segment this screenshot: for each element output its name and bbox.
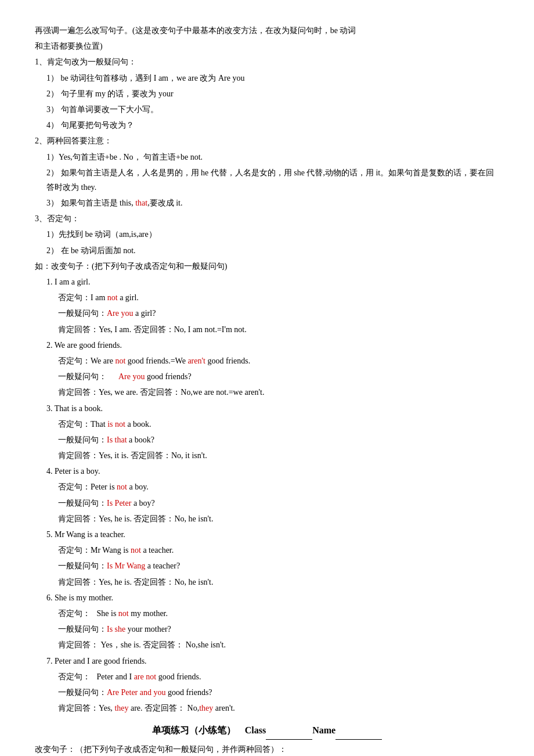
- example-5-original: 5. Mr Wang is a teacher.: [46, 527, 499, 542]
- example-1-negative: 否定句：I am not a girl.: [58, 290, 499, 305]
- example-7-original: 7. Peter and I are good friends.: [46, 654, 499, 668]
- example-1-question: 一般疑问句：Are you a girl?: [58, 306, 499, 321]
- section1-item1: 1） be 动词往句首移动，遇到 I am，we are 改为 Are you: [46, 71, 499, 85]
- practice-section: 单项练习（小练笔） Class Name 改变句子：（把下列句子改成否定句和一般…: [35, 722, 499, 756]
- section3-example-intro: 如：改变句子：(把下列句子改成否定句和一般疑问句): [35, 259, 499, 273]
- intro-line2: 和主语都要换位置): [35, 39, 499, 53]
- section1-item2: 2） 句子里有 my 的话，要改为 your: [46, 87, 499, 101]
- section3-title: 3、否定句：: [35, 211, 499, 226]
- example-4-positive: 肯定回答：Yes, he is. 否定回答：No, he isn't.: [58, 512, 499, 526]
- practice-instruction: 改变句子：（把下列句子改成否定句和一般疑问句，并作两种回答）：: [35, 742, 499, 756]
- example-3-question: 一般疑问句：Is that a book?: [58, 433, 499, 447]
- example-5-positive: 肯定回答：Yes, he is. 否定回答：No, he isn't.: [58, 575, 499, 589]
- example-6-positive: 肯定回答： Yes，she is. 否定回答： No,she isn't.: [58, 638, 499, 652]
- example-3-original: 3. That is a book.: [46, 401, 499, 416]
- section3-item2: 2） 在 be 动词后面加 not.: [46, 243, 499, 258]
- main-content: 再强调一遍怎么改写句子。(这是改变句子中最基本的改变方法，在改为疑问句时，be …: [35, 23, 499, 756]
- example-2-negative: 否定句：We are not good friends.=We aren't g…: [58, 354, 499, 368]
- example-2-positive: 肯定回答：Yes, we are. 否定回答：No,we are not.=we…: [58, 385, 499, 399]
- example-3-positive: 肯定回答：Yes, it is. 否定回答：No, it isn't.: [58, 448, 499, 463]
- example-5-question: 一般疑问句：Is Mr Wang a teacher?: [58, 559, 499, 573]
- example-2-original: 2. We are good friends.: [46, 338, 499, 352]
- section2-item2: 2） 如果句首主语是人名，人名是男的，用 he 代替，人名是女的，用 she 代…: [46, 165, 499, 195]
- example-7-negative: 否定句： Peter and I are not good friends.: [58, 669, 499, 684]
- section1-item3: 3） 句首单词要改一下大小写。: [46, 102, 499, 117]
- example-7-positive: 肯定回答：Yes, they are. 否定回答： No,they aren't…: [58, 701, 499, 715]
- example-5-negative: 否定句：Mr Wang is not a teacher.: [58, 543, 499, 557]
- example-6-original: 6. She is my mother.: [46, 591, 499, 605]
- example-4-question: 一般疑问句：Is Peter a boy?: [58, 496, 499, 510]
- section1-item4: 4） 句尾要把句号改为？: [46, 118, 499, 132]
- section2-item3: 3） 如果句首主语是 this, that,要改成 it.: [46, 196, 499, 210]
- intro-line1: 再强调一遍怎么改写句子。(这是改变句子中最基本的改变方法，在改为疑问句时，be …: [35, 23, 499, 38]
- example-1-original: 1. I am a girl.: [46, 275, 499, 289]
- section2-title: 2、两种回答要注意：: [35, 134, 499, 148]
- example-2-question: 一般疑问句：Are you good friends?: [58, 369, 499, 384]
- example-1-positive: 肯定回答：Yes, I am. 否定回答：No, I am not.=I'm n…: [58, 322, 499, 337]
- example-4-original: 4. Peter is a boy.: [46, 464, 499, 478]
- section2-item1: 1）Yes,句首主语+be . No， 句首主语+be not.: [46, 150, 499, 164]
- example-6-question: 一般疑问句：Is she your mother?: [58, 622, 499, 636]
- section1-title: 1、肯定句改为一般疑问句：: [35, 55, 499, 69]
- example-7-question: 一般疑问句：Are Peter and you good friends?: [58, 685, 499, 700]
- practice-title: 单项练习（小练笔） Class Name: [35, 722, 499, 740]
- example-6-negative: 否定句： She is not my mother.: [58, 606, 499, 621]
- example-3-negative: 否定句：That is not a book.: [58, 417, 499, 431]
- example-4-negative: 否定句：Peter is not a boy.: [58, 480, 499, 494]
- section3-item1: 1）先找到 be 动词（am,is,are）: [46, 227, 499, 242]
